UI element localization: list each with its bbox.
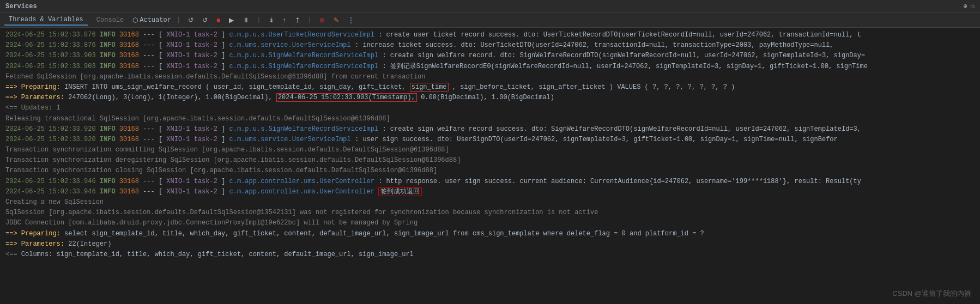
sign-time-highlight: sign_time: [410, 83, 449, 92]
log-line: Creating a new SqlSession: [4, 197, 976, 208]
log-line: Transaction synchronization closing SqlS…: [4, 166, 976, 176]
reload-button[interactable]: ↺: [200, 15, 210, 25]
more-button[interactable]: ⋮: [346, 15, 356, 25]
actuator-icon: ⬡: [132, 16, 138, 25]
log-line: 2024-06-25 15:02:33.876 INFO 30168 --- […: [4, 30, 976, 40]
log-line: Transaction synchronization committing S…: [4, 145, 976, 155]
title-bar: Services ⊕ ☐: [0, 0, 980, 13]
close-log-button[interactable]: ⊗: [317, 15, 327, 25]
separator-2: |: [257, 16, 261, 24]
log-line: Transaction synchronization deregisterin…: [4, 155, 976, 166]
title-bar-controls: ⊕ ☐: [964, 2, 975, 10]
tab-threads-variables[interactable]: Threads & Variables: [4, 15, 88, 26]
sql-prepare-line-2: ==> Preparing: select sign_template_id, …: [4, 229, 976, 239]
tab-console[interactable]: Console: [92, 15, 128, 25]
separator-3: |: [308, 16, 312, 24]
scroll-top-button[interactable]: ↥: [293, 15, 303, 25]
log-line: <== Updates: 1: [4, 103, 976, 113]
toolbar: Threads & Variables Console ⬡ Actuator |…: [0, 13, 980, 28]
scroll-end-button[interactable]: ↡: [267, 15, 276, 25]
log-line: JDBC Connection [com.alibaba.druid.proxy…: [4, 218, 976, 228]
sql-params-line-2: ==> Parameters: 22(Integer): [4, 239, 976, 250]
maximize-icon[interactable]: ☐: [971, 2, 975, 10]
stop-button[interactable]: ■: [214, 15, 222, 25]
restart-button[interactable]: ↺: [186, 15, 196, 25]
log-line: 2024-06-25 15:02:33.903 INFO 30168 --- […: [4, 51, 976, 61]
log-line: SqlSession [org.apache.ibatis.session.de…: [4, 208, 976, 218]
log-line: Fetched SqlSession [org.apache.ibatis.se…: [4, 72, 976, 82]
log-line: 2024-06-25 15:02:33.946 INFO 30168 --- […: [4, 177, 976, 187]
log-line: 2024-06-25 15:02:33.920 INFO 30168 --- […: [4, 124, 976, 135]
edit-button[interactable]: ✎: [331, 15, 341, 25]
log-line: 2024-06-25 15:02:33.903 INFO 30168 --- […: [4, 62, 976, 72]
tab-actuator[interactable]: ⬡ Actuator: [132, 16, 171, 25]
pause-button[interactable]: ⏸: [240, 15, 251, 25]
log-line-sign-success: 2024-06-25 15:02:33.946 INFO 30168 --- […: [4, 187, 976, 197]
separator-1: |: [177, 16, 180, 24]
settings-icon[interactable]: ⊕: [964, 2, 967, 10]
log-line: 2024-06-25 15:02:33.920 INFO 30168 --- […: [4, 135, 976, 145]
log-line: <== Columns: sign_template_id, title, wh…: [4, 250, 976, 260]
run-button[interactable]: ▶: [227, 15, 236, 25]
watermark: CSDN @谁偷了我的内裤: [892, 289, 971, 299]
scroll-up-button[interactable]: ↑: [281, 15, 288, 25]
timestamp-highlight: 2024-06-25 15:02:33.903(Timestamp),: [276, 93, 417, 102]
sign-success-highlight: 签到成功返回: [378, 187, 422, 196]
log-area[interactable]: 2024-06-25 15:02:33.876 INFO 30168 --- […: [0, 28, 980, 299]
log-line: Releasing transactional SqlSession [org.…: [4, 114, 976, 124]
window-title: Services: [5, 3, 37, 10]
sql-prepare-line: ==> Preparing: INSERT INTO ums_sign_welf…: [4, 82, 976, 93]
log-line: 2024-06-25 15:02:33.876 INFO 30168 --- […: [4, 40, 976, 51]
sql-params-line: ==> Parameters: 247062(Long), 3(Long), 1…: [4, 93, 976, 103]
